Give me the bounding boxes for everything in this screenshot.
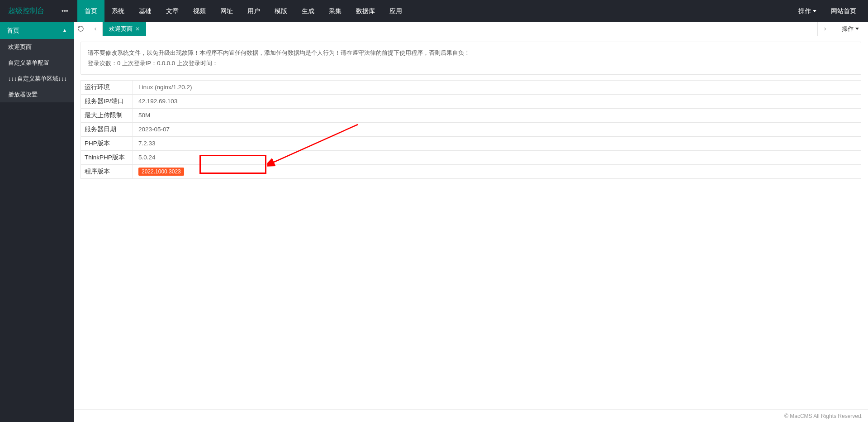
nav-item-8[interactable]: 生成 <box>294 0 322 22</box>
sidebar-item-3[interactable]: 播放器设置 <box>0 86 74 102</box>
last-ip-value: 0.0.0.0 <box>157 60 175 67</box>
footer: © MacCMS All Rights Reserved. <box>74 409 868 422</box>
nav-item-3[interactable]: 文章 <box>159 0 186 22</box>
nav-item-9[interactable]: 采集 <box>322 0 349 22</box>
sidebar-item-1[interactable]: 自定义菜单配置 <box>0 55 74 71</box>
notice-box: 请不要修改系统文件，以免升级出现故障！本程序不内置任何数据，添加任何数据均是个人… <box>81 42 861 75</box>
info-row-4: PHP版本7.2.33 <box>81 137 861 151</box>
version-badge: 2022.1000.3023 <box>138 168 184 176</box>
top-nav: ••• 首页系统基础文章视频网址用户模版生成采集数据库应用 <box>52 0 409 22</box>
tabs-list: 欢迎页面 ✕ <box>103 22 817 36</box>
sidebar-item-2[interactable]: ↓↓↓自定义菜单区域↓↓↓ <box>0 71 74 86</box>
main-area: 欢迎页面 ✕ 操作 请不要修改系统文件，以免升级出现故障！本程序不内置任何数据，… <box>74 22 868 422</box>
info-label: 服务器日期 <box>81 123 133 136</box>
top-header: 超级控制台 ••• 首页系统基础文章视频网址用户模版生成采集数据库应用 操作 网… <box>0 0 868 22</box>
last-time-label: 上次登录时间： <box>175 60 218 67</box>
sidebar-title-label: 首页 <box>7 22 19 39</box>
sidebar-section-title[interactable]: 首页 ▲ <box>0 22 74 39</box>
last-ip-label: 上次登录IP： <box>120 60 157 67</box>
nav-item-6[interactable]: 用户 <box>240 0 267 22</box>
header-action-label: 操作 <box>798 0 811 22</box>
tab-next-button[interactable] <box>817 22 832 36</box>
nav-item-2[interactable]: 基础 <box>132 0 159 22</box>
info-value: 5.0.24 <box>133 151 861 164</box>
tabs-bar: 欢迎页面 ✕ 操作 <box>74 22 868 36</box>
nav-item-11[interactable]: 应用 <box>382 0 409 22</box>
info-row-1: 服务器IP/端口42.192.69.103 <box>81 95 861 109</box>
chevron-right-icon <box>822 26 828 32</box>
nav-item-4[interactable]: 视频 <box>186 0 213 22</box>
info-value: 2023-05-07 <box>133 123 861 136</box>
info-row-5: ThinkPHP版本5.0.24 <box>81 151 861 165</box>
content-area: 请不要修改系统文件，以免升级出现故障！本程序不内置任何数据，添加任何数据均是个人… <box>74 36 868 409</box>
caret-down-icon <box>855 28 859 30</box>
nav-more-icon[interactable]: ••• <box>52 0 77 22</box>
info-label: 服务器IP/端口 <box>81 95 133 108</box>
info-label: PHP版本 <box>81 137 133 150</box>
refresh-button[interactable] <box>74 22 88 36</box>
tabs-action-label: 操作 <box>842 25 854 33</box>
refresh-icon <box>77 25 84 32</box>
nav-item-5[interactable]: 网址 <box>213 0 240 22</box>
info-label: 运行环境 <box>81 81 133 94</box>
header-site-home-link[interactable]: 网站首页 <box>824 0 863 22</box>
nav-item-0[interactable]: 首页 <box>77 0 104 22</box>
logo: 超级控制台 <box>0 0 52 22</box>
tab-label: 欢迎页面 <box>109 25 133 33</box>
nav-item-7[interactable]: 模版 <box>267 0 294 22</box>
login-count-label: 登录次数： <box>88 60 117 67</box>
header-action-dropdown[interactable]: 操作 <box>791 0 824 22</box>
system-info-table: 运行环境Linux (nginx/1.20.2)服务器IP/端口42.192.6… <box>81 80 861 179</box>
info-value: 2022.1000.3023 <box>133 165 861 178</box>
info-label: 程序版本 <box>81 165 133 178</box>
chevron-up-icon: ▲ <box>62 22 67 39</box>
info-value: Linux (nginx/1.20.2) <box>133 81 861 94</box>
tab-welcome[interactable]: 欢迎页面 ✕ <box>103 22 146 36</box>
notice-line2: 登录次数：0 上次登录IP：0.0.0.0 上次登录时间： <box>88 58 854 68</box>
info-row-6: 程序版本2022.1000.3023 <box>81 165 861 179</box>
copyright: © MacCMS All Rights Reserved. <box>784 413 863 419</box>
tabs-action-dropdown[interactable]: 操作 <box>832 22 868 36</box>
info-row-3: 服务器日期2023-05-07 <box>81 123 861 137</box>
header-right: 操作 网站首页 <box>791 0 868 22</box>
info-row-0: 运行环境Linux (nginx/1.20.2) <box>81 81 861 95</box>
sidebar-item-0[interactable]: 欢迎页面 <box>0 39 74 55</box>
notice-line1: 请不要修改系统文件，以免升级出现故障！本程序不内置任何数据，添加任何数据均是个人… <box>88 48 854 58</box>
info-row-2: 最大上传限制50M <box>81 109 861 123</box>
info-label: ThinkPHP版本 <box>81 151 133 164</box>
chevron-left-icon <box>93 26 98 32</box>
info-value: 7.2.33 <box>133 137 861 150</box>
info-value: 42.192.69.103 <box>133 95 861 108</box>
nav-item-10[interactable]: 数据库 <box>349 0 382 22</box>
caret-down-icon <box>813 10 816 12</box>
nav-item-1[interactable]: 系统 <box>104 0 132 22</box>
tab-prev-button[interactable] <box>88 22 103 36</box>
close-icon[interactable]: ✕ <box>135 26 140 32</box>
sidebar: 首页 ▲ 欢迎页面自定义菜单配置↓↓↓自定义菜单区域↓↓↓播放器设置 <box>0 22 74 422</box>
info-label: 最大上传限制 <box>81 109 133 122</box>
info-value: 50M <box>133 109 861 122</box>
